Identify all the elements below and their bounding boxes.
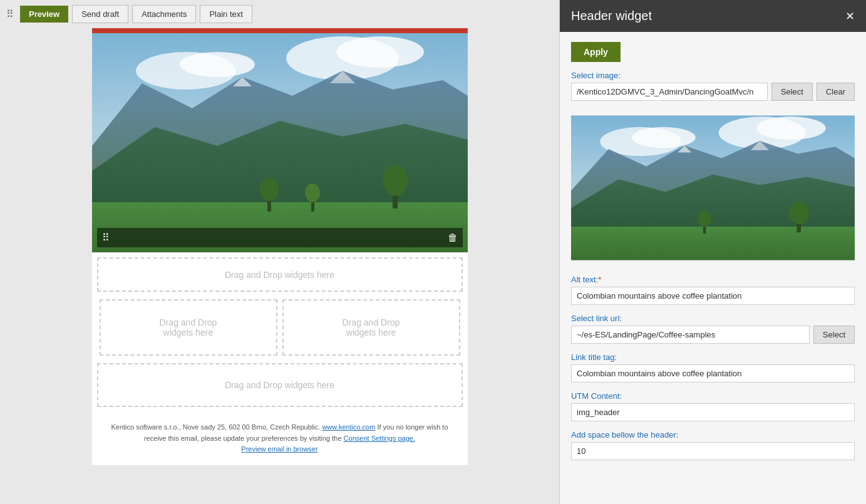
- svg-marker-24: [571, 175, 855, 232]
- panel-title: Header widget: [571, 9, 652, 23]
- add-space-label: Add space bellow the header:: [571, 430, 855, 440]
- header-image-container: [92, 33, 468, 252]
- drop-zone-bottom[interactable]: Drag and Drop widgets here: [97, 363, 463, 407]
- toolbar: ⠿ Preview Send draft Attachments Plain t…: [0, 0, 559, 28]
- apply-section: Apply: [571, 42, 855, 62]
- header-image-svg: [92, 33, 468, 252]
- header-widget-controls: ⠿ 🗑: [97, 228, 463, 247]
- svg-point-29: [698, 210, 711, 227]
- drop-zone-left[interactable]: Drag and Drop widgets here: [100, 299, 277, 356]
- link-title-group: Link title tag:: [571, 352, 855, 383]
- utm-content-label: UTM Content:: [571, 391, 855, 401]
- utm-content-input[interactable]: [571, 403, 855, 421]
- email-canvas: ⠿ 🗑 Drag and Drop widgets here Drag and …: [92, 28, 468, 465]
- select-link-url-row: Select: [571, 326, 855, 344]
- svg-rect-25: [571, 227, 855, 260]
- alt-text-group: Alt text:*: [571, 275, 855, 305]
- attachments-button[interactable]: Attachments: [132, 5, 196, 23]
- link-title-input[interactable]: [571, 364, 855, 383]
- panel-header: Header widget ✕: [560, 0, 866, 32]
- select-image-button[interactable]: Select: [771, 83, 813, 101]
- select-image-label: Select image:: [571, 71, 855, 80]
- select-image-row: Select Clear: [571, 83, 855, 101]
- svg-point-27: [790, 201, 809, 224]
- left-panel: ⠿ Preview Send draft Attachments Plain t…: [0, 0, 559, 504]
- canvas-area: ⠿ 🗑 Drag and Drop widgets here Drag and …: [0, 28, 559, 504]
- send-draft-button[interactable]: Send draft: [72, 5, 128, 23]
- svg-point-13: [260, 178, 279, 201]
- plain-text-button[interactable]: Plain text: [200, 5, 252, 23]
- svg-point-20: [756, 116, 826, 140]
- delete-icon[interactable]: 🗑: [448, 232, 458, 244]
- right-panel: Header widget ✕ Apply Select image: Sele…: [559, 0, 866, 504]
- menu-dots-icon[interactable]: ⠿: [6, 8, 14, 20]
- header-widget-block: ⠿ 🗑: [92, 28, 468, 252]
- select-image-group: Select image: Select Clear: [571, 71, 855, 101]
- drop-zone-right[interactable]: Drag and Drop widgets here: [282, 299, 460, 356]
- footer-kentico-link[interactable]: www.kentico.com: [322, 423, 375, 431]
- utm-content-group: UTM Content:: [571, 391, 855, 421]
- svg-point-15: [305, 183, 320, 202]
- svg-point-11: [383, 165, 408, 196]
- select-link-url-label: Select link url:: [571, 314, 855, 323]
- svg-point-2: [180, 52, 255, 77]
- close-button[interactable]: ✕: [845, 11, 855, 22]
- select-link-button[interactable]: Select: [813, 326, 855, 344]
- apply-button[interactable]: Apply: [571, 42, 621, 62]
- header-red-bar: [92, 28, 468, 33]
- footer-consent-link[interactable]: Consent Settings page.: [344, 435, 415, 442]
- link-url-input[interactable]: [571, 326, 810, 344]
- add-space-group: Add space bellow the header:: [571, 430, 855, 460]
- footer-preview-link[interactable]: Preview email in browser: [241, 445, 317, 453]
- preview-image-container: [571, 110, 855, 266]
- panel-body: Apply Select image: Select Clear: [560, 32, 866, 470]
- svg-point-4: [336, 36, 424, 68]
- preview-button[interactable]: Preview: [20, 6, 68, 23]
- drop-zone-top[interactable]: Drag and Drop widgets here: [97, 257, 463, 292]
- drag-handle-icon[interactable]: ⠿: [102, 232, 110, 244]
- svg-marker-8: [92, 121, 468, 208]
- preview-image-svg: [571, 110, 855, 266]
- clear-image-button[interactable]: Clear: [817, 83, 855, 101]
- footer: Kentico software s.r.o., Nove sady 25, 6…: [92, 412, 468, 465]
- footer-text: Kentico software s.r.o., Nove sady 25, 6…: [111, 423, 448, 442]
- alt-text-label: Alt text:*: [571, 275, 855, 284]
- drop-zone-row: Drag and Drop widgets here Drag and Drop…: [95, 294, 465, 361]
- select-link-url-group: Select link url: Select: [571, 314, 855, 344]
- alt-text-input[interactable]: [571, 287, 855, 305]
- image-path-input[interactable]: [571, 83, 768, 101]
- link-title-label: Link title tag:: [571, 352, 855, 362]
- svg-point-18: [632, 127, 696, 148]
- add-space-input[interactable]: [571, 442, 855, 460]
